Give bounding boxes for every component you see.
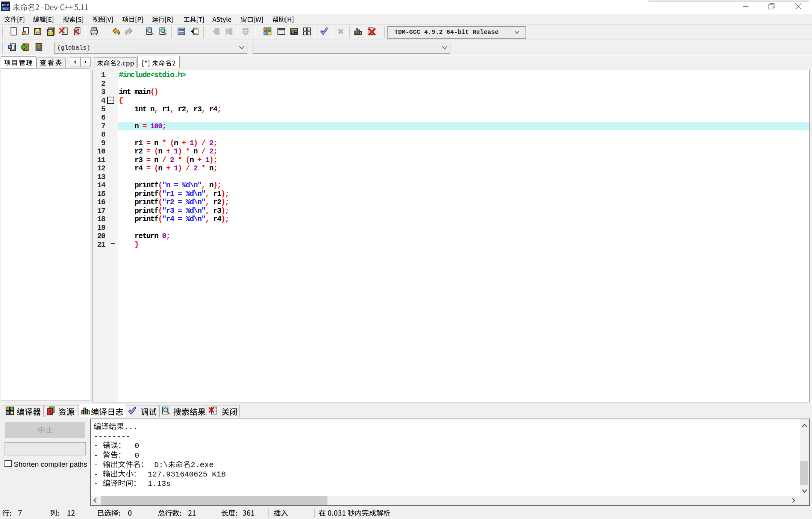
svg-text:-: - [94, 461, 103, 469]
svg-text:-: - [94, 480, 103, 488]
svg-text:2.exe: 2.exe [191, 461, 214, 469]
svg-text:C++: C++ [3, 8, 8, 11]
svg-text:-: - [94, 451, 103, 460]
svg-text:...: ... [124, 423, 138, 431]
svg-text:D:\: D:\ [154, 461, 168, 469]
svg-text:-: - [94, 470, 103, 479]
svg-text:1.13s: 1.13s [148, 480, 171, 488]
svg-text:0: 0 [135, 442, 139, 450]
svg-text:0: 0 [135, 451, 139, 460]
svg-text:127.931640625 KiB: 127.931640625 KiB [148, 470, 226, 479]
svg-text:-: - [94, 442, 103, 450]
svg-text:--------: -------- [94, 432, 130, 441]
svg-text:DEV: DEV [2, 3, 9, 7]
